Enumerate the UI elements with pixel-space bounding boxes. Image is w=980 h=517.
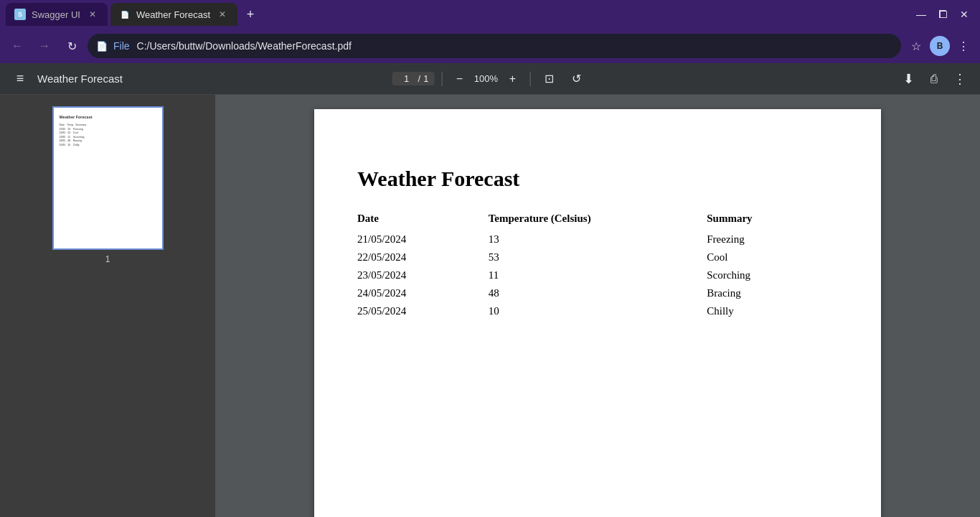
cell-2: Freezing	[707, 230, 838, 248]
thumb-table: Date Temp Summary 21/05 13 Freezing 22/0…	[60, 124, 156, 148]
cell-0: 25/05/2024	[357, 302, 489, 320]
page-indicator: 1 / 1	[392, 72, 435, 85]
zoom-value: 100%	[472, 73, 499, 84]
forecast-table: Date Temperature (Celsius) Summary 21/05…	[357, 213, 838, 320]
cell-1: 53	[489, 248, 707, 266]
cell-1: 13	[489, 230, 707, 248]
cell-2: Bracing	[707, 284, 838, 302]
col-header-date: Date	[357, 213, 489, 230]
url-text: C:/Users/buttw/Downloads/WeatherForecast…	[137, 40, 892, 52]
address-bar[interactable]: 📄 File C:/Users/buttw/Downloads/WeatherF…	[88, 34, 901, 58]
cell-0: 21/05/2024	[357, 230, 489, 248]
weather-favicon: 📄	[119, 9, 131, 20]
cell-1: 10	[489, 302, 707, 320]
cell-2: Chilly	[707, 302, 838, 320]
profile-avatar[interactable]: B	[930, 36, 950, 56]
thumbnail-container: Weather Forecast Date Temp Summary 21/05…	[52, 106, 164, 264]
col-header-temp: Temperature (Celsius)	[489, 213, 707, 230]
cell-0: 24/05/2024	[357, 284, 489, 302]
print-button[interactable]: ⎙	[923, 67, 946, 90]
refresh-button[interactable]: ↻	[60, 34, 83, 57]
pdf-toolbar-right: ⬇ ⎙ ⋮	[897, 67, 971, 90]
browser-menu-button[interactable]: ⋮	[953, 35, 974, 57]
table-row: 24/05/202448Bracing	[357, 284, 838, 302]
tab-weather-label: Weather Forecast	[136, 9, 210, 20]
minimize-button[interactable]: —	[911, 4, 931, 24]
fit-page-button[interactable]: ⊡	[537, 67, 560, 90]
file-icon: 📄	[96, 41, 108, 52]
cell-1: 48	[489, 284, 707, 302]
cell-1: 11	[489, 266, 707, 284]
window-controls: — ⧠ ✕	[911, 4, 974, 24]
page-number-input[interactable]: 1	[398, 73, 415, 84]
divider-1	[441, 72, 442, 86]
forward-button[interactable]: →	[33, 34, 56, 57]
divider-2	[529, 72, 530, 86]
pdf-sidebar: Weather Forecast Date Temp Summary 21/05…	[0, 95, 215, 517]
tab-weather[interactable]: 📄 Weather Forecast ✕	[110, 3, 237, 26]
swagger-favicon: S	[14, 9, 26, 20]
zoom-in-button[interactable]: +	[502, 69, 522, 89]
pdf-content[interactable]: Weather Forecast Date Temperature (Celsi…	[215, 95, 980, 517]
table-row: 23/05/202411Scorching	[357, 266, 838, 284]
cell-2: Cool	[707, 248, 838, 266]
zoom-area: − 100% +	[449, 69, 522, 89]
rotate-button[interactable]: ↺	[565, 67, 588, 90]
cell-0: 23/05/2024	[357, 266, 489, 284]
close-button[interactable]: ✕	[954, 4, 974, 24]
address-bar-row: ← → ↻ 📄 File C:/Users/buttw/Downloads/We…	[0, 29, 980, 63]
pdf-more-button[interactable]: ⋮	[948, 67, 971, 90]
pdf-toolbar: ≡ Weather Forecast 1 / 1 − 100% + ⊡ ↺ ⬇ …	[0, 63, 980, 95]
page-separator: /	[418, 73, 421, 84]
new-tab-button[interactable]: +	[240, 4, 260, 24]
tab-swagger-label: Swagger UI	[32, 9, 80, 20]
thumbnail-page-number: 1	[105, 254, 110, 264]
thumb-title: Weather Forecast	[60, 115, 156, 119]
download-button[interactable]: ⬇	[897, 67, 920, 90]
table-row: 21/05/202413Freezing	[357, 230, 838, 248]
col-header-summary: Summary	[707, 213, 838, 230]
protocol-label: File	[113, 40, 130, 52]
page-total: 1	[423, 73, 428, 84]
cell-2: Scorching	[707, 266, 838, 284]
pdf-thumbnail-page-1[interactable]: Weather Forecast Date Temp Summary 21/05…	[52, 106, 164, 250]
table-header-row: Date Temperature (Celsius) Summary	[357, 213, 838, 230]
table-row: 25/05/202410Chilly	[357, 302, 838, 320]
address-bar-actions: ☆ B ⋮	[905, 35, 974, 57]
pdf-menu-button[interactable]: ≡	[9, 67, 32, 90]
pdf-main: Weather Forecast Date Temp Summary 21/05…	[0, 95, 980, 517]
maximize-button[interactable]: ⧠	[933, 4, 953, 24]
tab-bar: S Swagger UI ✕ 📄 Weather Forecast ✕ +	[6, 3, 908, 26]
pdf-doc-title: Weather Forecast	[357, 167, 838, 191]
zoom-out-button[interactable]: −	[449, 69, 469, 89]
back-button[interactable]: ←	[6, 34, 29, 57]
pdf-page: Weather Forecast Date Temperature (Celsi…	[314, 109, 881, 517]
tab-swagger[interactable]: S Swagger UI ✕	[6, 3, 108, 26]
title-bar: S Swagger UI ✕ 📄 Weather Forecast ✕ + — …	[0, 0, 980, 29]
tab-weather-close[interactable]: ✕	[216, 8, 229, 21]
table-row: 22/05/202453Cool	[357, 248, 838, 266]
bookmark-button[interactable]: ☆	[905, 35, 927, 57]
pdf-toolbar-center: 1 / 1 − 100% + ⊡ ↺	[392, 67, 588, 90]
tab-swagger-close[interactable]: ✕	[86, 8, 99, 21]
cell-0: 22/05/2024	[357, 248, 489, 266]
